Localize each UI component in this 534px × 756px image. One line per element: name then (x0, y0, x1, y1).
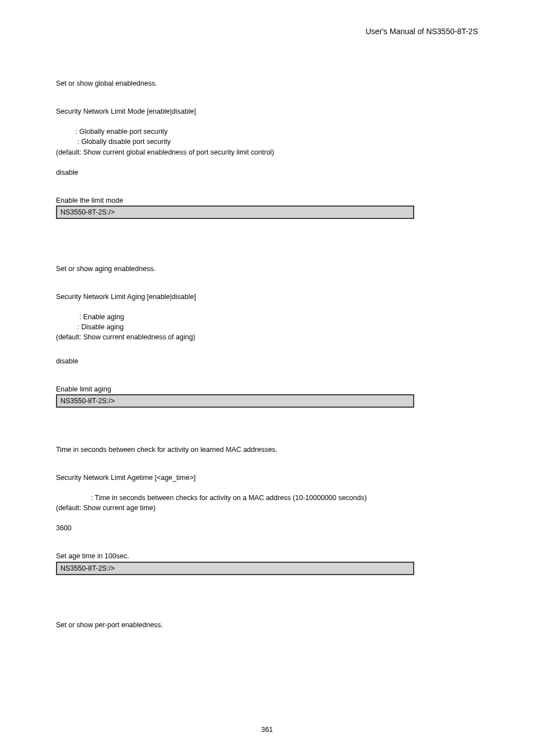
s2-cli-box: NS3550-8T-2S:/> (56, 394, 414, 408)
header-title: User's Manual of NS3550-8T-2S (366, 27, 478, 36)
s1-param2: : Globally disable port security (56, 137, 479, 147)
s3-cli-text: NS3550-8T-2S:/> (60, 564, 115, 572)
page-content: Set or show global enabledness. Security… (56, 78, 479, 630)
s1-syntax: Security Network Limit Mode [enable|disa… (56, 106, 479, 116)
s2-param3: (default: Show current enabledness of ag… (56, 332, 479, 342)
s2-cli-text: NS3550-8T-2S:/> (60, 397, 115, 405)
s2-syntax: Security Network Limit Aging [enable|dis… (56, 292, 479, 302)
s2-example-label: Enable limit aging (56, 384, 479, 394)
s1-cli-box: NS3550-8T-2S:/> (56, 206, 414, 219)
s3-syntax: Security Network Limit Agetime [<age_tim… (56, 473, 479, 483)
s3-param1: : Time in seconds between checks for act… (56, 493, 479, 503)
s2-desc: Set or show aging enabledness. (56, 264, 479, 274)
s2-param1: : Enable aging (56, 312, 479, 322)
s1-param3: (default: Show current global enablednes… (56, 147, 479, 157)
s4-desc: Set or show per-port enabledness. (56, 620, 479, 630)
s3-example-label: Set age time in 100sec. (56, 551, 479, 561)
s3-param2: (default: Show current age time) (56, 503, 479, 513)
s2-param2: : Disable aging (56, 322, 479, 332)
s1-default: disable (56, 167, 479, 178)
s1-desc: Set or show global enabledness. (56, 78, 479, 88)
s3-default: 3600 (56, 523, 479, 533)
s1-cli-text: NS3550-8T-2S:/> (60, 208, 115, 216)
s1-param1: : Globally enable port security (56, 127, 479, 137)
s1-example-label: Enable the limit mode (56, 195, 479, 206)
s2-default: disable (56, 356, 479, 366)
page-number: 361 (0, 726, 534, 734)
s3-cli-box: NS3550-8T-2S:/> (56, 562, 414, 575)
s3-desc: Time in seconds between check for activi… (56, 445, 479, 455)
